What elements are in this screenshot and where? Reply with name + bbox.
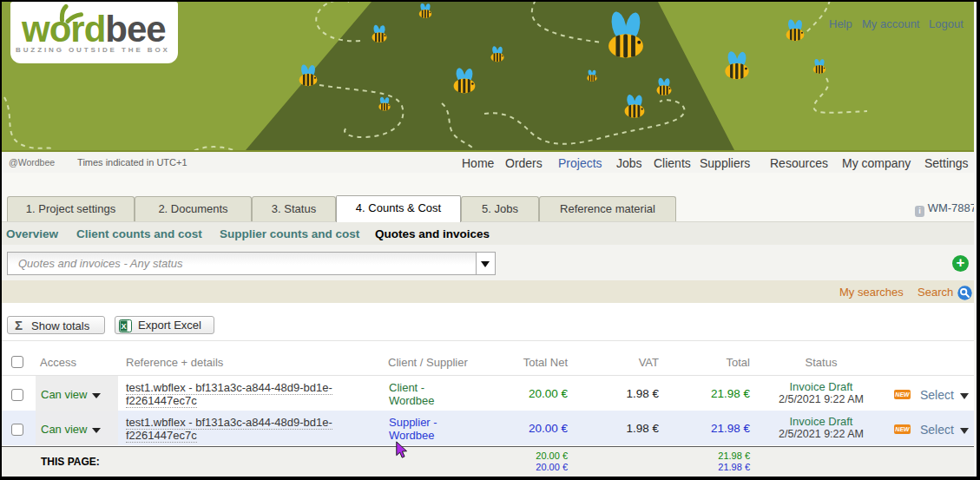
svg-text:X: X	[121, 322, 126, 331]
